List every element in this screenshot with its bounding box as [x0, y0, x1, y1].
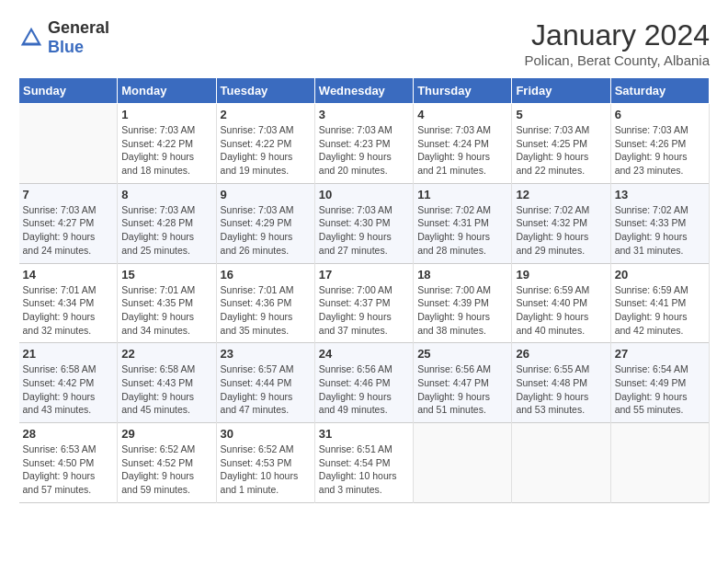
day-number: 31	[319, 427, 409, 441]
calendar-cell: 4Sunrise: 7:03 AMSunset: 4:24 PMDaylight…	[414, 104, 512, 184]
calendar-cell: 13Sunrise: 7:02 AMSunset: 4:33 PMDayligh…	[610, 183, 709, 263]
day-info: Sunrise: 7:03 AMSunset: 4:30 PMDaylight:…	[319, 203, 409, 258]
day-number: 28	[23, 427, 114, 441]
calendar-cell: 27Sunrise: 6:54 AMSunset: 4:49 PMDayligh…	[610, 343, 709, 423]
month-title: January 2024	[524, 18, 710, 52]
day-number: 16	[221, 268, 311, 282]
day-info: Sunrise: 6:58 AMSunset: 4:42 PMDaylight:…	[23, 362, 114, 417]
day-number: 1	[121, 108, 211, 121]
day-info: Sunrise: 7:03 AMSunset: 4:26 PMDaylight:…	[615, 123, 705, 178]
weekday-header-saturday: Saturday	[610, 78, 709, 104]
day-info: Sunrise: 6:57 AMSunset: 4:44 PMDaylight:…	[221, 362, 311, 417]
day-info: Sunrise: 7:03 AMSunset: 4:28 PMDaylight:…	[121, 203, 211, 258]
calendar-cell: 28Sunrise: 6:53 AMSunset: 4:50 PMDayligh…	[19, 423, 118, 503]
day-number: 8	[121, 188, 211, 201]
calendar-cell: 2Sunrise: 7:03 AMSunset: 4:22 PMDaylight…	[216, 104, 314, 184]
calendar-cell: 20Sunrise: 6:59 AMSunset: 4:41 PMDayligh…	[610, 263, 709, 343]
day-info: Sunrise: 6:58 AMSunset: 4:43 PMDaylight:…	[121, 362, 211, 417]
day-info: Sunrise: 7:03 AMSunset: 4:29 PMDaylight:…	[221, 203, 311, 258]
weekday-header-friday: Friday	[512, 78, 610, 104]
title-area: January 2024 Polican, Berat County, Alba…	[524, 18, 710, 68]
day-info: Sunrise: 6:59 AMSunset: 4:40 PMDaylight:…	[516, 283, 606, 338]
day-number: 19	[516, 268, 606, 282]
weekday-header-wednesday: Wednesday	[314, 78, 413, 104]
day-number: 9	[221, 188, 311, 201]
calendar-cell: 8Sunrise: 7:03 AMSunset: 4:28 PMDaylight…	[118, 183, 216, 263]
day-number: 24	[319, 347, 409, 361]
day-number: 14	[23, 268, 114, 282]
calendar-cell: 9Sunrise: 7:03 AMSunset: 4:29 PMDaylight…	[216, 183, 314, 263]
day-info: Sunrise: 6:56 AMSunset: 4:47 PMDaylight:…	[417, 362, 507, 417]
day-info: Sunrise: 7:03 AMSunset: 4:27 PMDaylight:…	[23, 203, 114, 258]
day-info: Sunrise: 6:55 AMSunset: 4:48 PMDaylight:…	[516, 362, 606, 417]
day-number: 20	[615, 268, 705, 282]
day-number: 10	[319, 188, 409, 201]
calendar-cell: 29Sunrise: 6:52 AMSunset: 4:52 PMDayligh…	[118, 423, 216, 503]
calendar-cell: 25Sunrise: 6:56 AMSunset: 4:47 PMDayligh…	[414, 343, 512, 423]
day-number: 26	[516, 347, 606, 361]
day-number: 3	[319, 108, 409, 121]
weekday-header-row: SundayMondayTuesdayWednesdayThursdayFrid…	[19, 78, 710, 104]
day-info: Sunrise: 7:03 AMSunset: 4:22 PMDaylight:…	[221, 123, 311, 178]
subtitle: Polican, Berat County, Albania	[524, 52, 710, 68]
day-number: 7	[23, 188, 114, 201]
day-number: 25	[417, 347, 507, 361]
day-number: 6	[615, 108, 705, 121]
day-info: Sunrise: 7:03 AMSunset: 4:25 PMDaylight:…	[516, 123, 606, 178]
day-number: 2	[221, 108, 311, 121]
calendar-week-row: 14Sunrise: 7:01 AMSunset: 4:34 PMDayligh…	[19, 263, 710, 343]
calendar-cell: 6Sunrise: 7:03 AMSunset: 4:26 PMDaylight…	[610, 104, 709, 184]
calendar-cell: 31Sunrise: 6:51 AMSunset: 4:54 PMDayligh…	[314, 423, 413, 503]
calendar-cell	[414, 423, 512, 503]
calendar-cell: 5Sunrise: 7:03 AMSunset: 4:25 PMDaylight…	[512, 104, 610, 184]
calendar-cell: 3Sunrise: 7:03 AMSunset: 4:23 PMDaylight…	[314, 104, 413, 184]
calendar-cell: 26Sunrise: 6:55 AMSunset: 4:48 PMDayligh…	[512, 343, 610, 423]
day-info: Sunrise: 7:02 AMSunset: 4:31 PMDaylight:…	[417, 203, 507, 258]
calendar-cell: 10Sunrise: 7:03 AMSunset: 4:30 PMDayligh…	[314, 183, 413, 263]
day-number: 23	[221, 347, 311, 361]
calendar-table: SundayMondayTuesdayWednesdayThursdayFrid…	[18, 77, 710, 503]
logo: General Blue	[18, 18, 109, 57]
calendar-cell: 1Sunrise: 7:03 AMSunset: 4:22 PMDaylight…	[118, 104, 216, 184]
weekday-header-tuesday: Tuesday	[216, 78, 314, 104]
day-info: Sunrise: 7:03 AMSunset: 4:23 PMDaylight:…	[319, 123, 409, 178]
day-info: Sunrise: 7:01 AMSunset: 4:35 PMDaylight:…	[121, 283, 211, 338]
day-number: 11	[417, 188, 507, 201]
calendar-cell	[512, 423, 610, 503]
calendar-week-row: 7Sunrise: 7:03 AMSunset: 4:27 PMDaylight…	[19, 183, 710, 263]
day-info: Sunrise: 7:00 AMSunset: 4:37 PMDaylight:…	[319, 283, 409, 338]
day-info: Sunrise: 6:51 AMSunset: 4:54 PMDaylight:…	[319, 442, 409, 497]
weekday-header-sunday: Sunday	[19, 78, 118, 104]
logo-blue: Blue	[48, 38, 84, 56]
day-info: Sunrise: 7:01 AMSunset: 4:34 PMDaylight:…	[23, 283, 114, 338]
calendar-cell: 18Sunrise: 7:00 AMSunset: 4:39 PMDayligh…	[414, 263, 512, 343]
day-info: Sunrise: 7:03 AMSunset: 4:22 PMDaylight:…	[121, 123, 211, 178]
calendar-week-row: 28Sunrise: 6:53 AMSunset: 4:50 PMDayligh…	[19, 423, 710, 503]
day-info: Sunrise: 7:02 AMSunset: 4:32 PMDaylight:…	[516, 203, 606, 258]
day-number: 17	[319, 268, 409, 282]
day-number: 5	[516, 108, 606, 121]
day-info: Sunrise: 6:59 AMSunset: 4:41 PMDaylight:…	[615, 283, 705, 338]
day-number: 27	[615, 347, 705, 361]
day-number: 22	[121, 347, 211, 361]
day-info: Sunrise: 7:00 AMSunset: 4:39 PMDaylight:…	[417, 283, 507, 338]
logo-text: General Blue	[48, 18, 109, 57]
day-info: Sunrise: 7:02 AMSunset: 4:33 PMDaylight:…	[615, 203, 705, 258]
calendar-cell: 19Sunrise: 6:59 AMSunset: 4:40 PMDayligh…	[512, 263, 610, 343]
day-info: Sunrise: 7:01 AMSunset: 4:36 PMDaylight:…	[221, 283, 311, 338]
day-number: 4	[417, 108, 507, 121]
day-number: 15	[121, 268, 211, 282]
calendar-cell: 22Sunrise: 6:58 AMSunset: 4:43 PMDayligh…	[118, 343, 216, 423]
day-info: Sunrise: 6:54 AMSunset: 4:49 PMDaylight:…	[615, 362, 705, 417]
page-header: General Blue January 2024 Polican, Berat…	[18, 18, 710, 68]
calendar-week-row: 21Sunrise: 6:58 AMSunset: 4:42 PMDayligh…	[19, 343, 710, 423]
calendar-cell: 30Sunrise: 6:52 AMSunset: 4:53 PMDayligh…	[216, 423, 314, 503]
weekday-header-monday: Monday	[118, 78, 216, 104]
calendar-cell: 11Sunrise: 7:02 AMSunset: 4:31 PMDayligh…	[414, 183, 512, 263]
calendar-cell: 14Sunrise: 7:01 AMSunset: 4:34 PMDayligh…	[19, 263, 118, 343]
logo-general: General	[48, 18, 109, 37]
weekday-header-thursday: Thursday	[414, 78, 512, 104]
calendar-cell: 12Sunrise: 7:02 AMSunset: 4:32 PMDayligh…	[512, 183, 610, 263]
calendar-cell: 7Sunrise: 7:03 AMSunset: 4:27 PMDaylight…	[19, 183, 118, 263]
calendar-cell: 17Sunrise: 7:00 AMSunset: 4:37 PMDayligh…	[314, 263, 413, 343]
